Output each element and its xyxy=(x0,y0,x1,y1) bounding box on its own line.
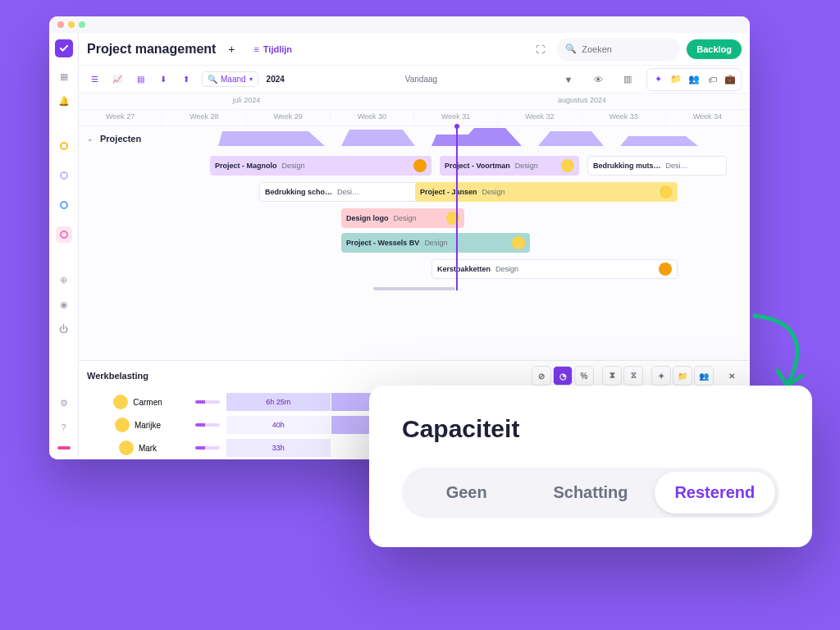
project-bar[interactable]: Bedrukking muts…Desi… xyxy=(587,156,727,176)
project-bar[interactable]: Project - Wessels BVDesign xyxy=(341,233,530,253)
folder-small-icon[interactable]: 📁 xyxy=(673,366,692,386)
project-bar[interactable]: Project - JansenDesign xyxy=(415,182,678,202)
timeline-label: Tijdlijn xyxy=(263,44,292,54)
status-dot-3[interactable] xyxy=(56,197,72,213)
traffic-light-green[interactable] xyxy=(79,21,85,28)
project-bar[interactable]: Project - MagnoloDesign xyxy=(210,156,431,176)
project-stage: Design xyxy=(394,214,417,222)
add-button[interactable]: + xyxy=(222,40,240,58)
callout-arrow xyxy=(746,312,812,394)
puzzle-icon[interactable]: ✦ xyxy=(649,71,667,89)
briefcase-icon[interactable]: 💼 xyxy=(721,71,739,89)
search-input[interactable] xyxy=(582,44,672,54)
people-small-icon[interactable]: 👥 xyxy=(694,366,714,386)
person-cell[interactable]: Mark xyxy=(79,441,226,455)
week-header: Week 27 xyxy=(79,110,162,126)
week-header: Week 29 xyxy=(247,110,331,126)
capacity-option[interactable]: Resterend xyxy=(655,472,775,514)
columns-icon[interactable]: ▥ xyxy=(617,69,638,90)
person-name: Marijke xyxy=(135,421,161,430)
project-bar[interactable]: KerstpakkettenDesign xyxy=(431,259,678,279)
power-icon[interactable]: ⏻ xyxy=(58,323,70,335)
capacity-title: Capaciteit xyxy=(402,415,779,443)
traffic-light-yellow[interactable] xyxy=(68,21,75,28)
traffic-light-red[interactable] xyxy=(57,21,64,28)
week-header: Week 33 xyxy=(582,110,666,126)
download-icon[interactable]: ⬇ xyxy=(156,72,171,87)
hourglass-icon[interactable]: ⧖ xyxy=(623,366,643,386)
avatar xyxy=(119,441,134,455)
bell-icon[interactable]: 🔔 xyxy=(58,95,70,107)
eye-icon[interactable]: 👁 xyxy=(587,69,609,90)
project-name: Project - Voortman xyxy=(445,162,510,170)
status-dot-2[interactable] xyxy=(56,167,72,184)
window-chrome xyxy=(49,16,750,33)
project-stage: Design xyxy=(495,265,518,273)
chart-icon[interactable]: 📈 xyxy=(110,72,125,87)
workload-cell[interactable]: 33h xyxy=(226,439,331,457)
status-dot-4[interactable] xyxy=(56,226,72,243)
project-bar[interactable]: Design logoDesign xyxy=(341,208,464,228)
compass-icon[interactable]: ◉ xyxy=(58,299,70,310)
today-button[interactable]: Vandaag xyxy=(405,75,437,84)
timeline-view-button[interactable]: ≡ Tijdlijn xyxy=(247,40,299,58)
project-bar[interactable]: Bedrukking scho…Desi… xyxy=(259,182,423,202)
list-view-icon[interactable]: ☰ xyxy=(87,72,102,87)
person-cell[interactable]: Marijke xyxy=(79,418,226,432)
hourglass-fill-icon[interactable]: ⧗ xyxy=(602,366,622,386)
add-icon[interactable]: ⊕ xyxy=(58,274,70,285)
project-name: Project - Jansen xyxy=(420,188,477,196)
project-bar[interactable]: Project - VoortmanDesign xyxy=(440,156,579,176)
backlog-button[interactable]: Backlog xyxy=(687,39,742,59)
project-name: Bedrukking scho… xyxy=(265,188,332,196)
puzzle-small-icon[interactable]: ✦ xyxy=(651,366,671,386)
expand-icon[interactable]: ⛶ xyxy=(529,39,550,60)
layers-icon[interactable]: ▤ xyxy=(133,72,148,87)
close-icon[interactable]: ✕ xyxy=(722,366,742,386)
help-icon[interactable]: ? xyxy=(58,422,70,433)
week-header: Week 28 xyxy=(162,110,246,126)
panel-icon[interactable]: ▦ xyxy=(58,71,70,82)
project-name: Kerstpakketten xyxy=(437,265,491,273)
avatar xyxy=(113,395,128,409)
chevron-down-icon: ▾ xyxy=(249,75,253,83)
period-selector[interactable]: 🔍 Maand ▾ xyxy=(202,71,258,87)
folder-icon[interactable]: 📁 xyxy=(667,71,685,89)
workload-title: Werkbelasting xyxy=(87,371,148,381)
capacity-card: Capaciteit GeenSchattingResterend xyxy=(369,386,812,547)
avatar xyxy=(659,262,672,276)
project-stage: Desi… xyxy=(666,162,688,170)
workload-cell[interactable]: 40h xyxy=(226,416,331,434)
filter-icon[interactable]: ▼ xyxy=(558,69,579,90)
search-box[interactable]: 🔍 xyxy=(557,38,680,61)
clock-icon[interactable]: ◔ xyxy=(553,366,573,386)
project-name: Design logo xyxy=(346,214,389,222)
project-stage: Design xyxy=(515,162,538,170)
period-label: Maand xyxy=(221,75,246,84)
upload-icon[interactable]: ⬆ xyxy=(179,72,194,87)
person-cell[interactable]: Carmen xyxy=(79,395,226,409)
capacity-option[interactable]: Geen xyxy=(406,472,527,514)
project-stage: Design xyxy=(282,162,305,170)
capacity-option[interactable]: Schatting xyxy=(530,472,651,514)
project-stage: Desi… xyxy=(337,188,359,196)
month-label-left: juli 2024 xyxy=(79,94,414,109)
workload-cell[interactable]: 6h 25m xyxy=(226,393,331,411)
status-dot-1[interactable] xyxy=(56,138,72,154)
capacity-waves xyxy=(79,126,750,146)
people-icon[interactable]: 👥 xyxy=(685,71,703,89)
project-name: Bedrukking muts… xyxy=(593,162,661,170)
tag-icon[interactable]: 🏷 xyxy=(703,71,721,89)
percent-icon[interactable]: % xyxy=(574,366,594,386)
topbar: Project management + ≡ Tijdlijn ⛶ 🔍 Back… xyxy=(79,33,750,66)
app-logo[interactable] xyxy=(55,39,73,57)
avatar xyxy=(413,159,427,172)
person-name: Mark xyxy=(139,444,157,453)
left-rail: ▦ 🔔 ⊕ ◉ ⏻ ⚙ ? xyxy=(49,33,79,459)
gear-icon[interactable]: ⚙ xyxy=(58,397,70,409)
search-small-icon: 🔍 xyxy=(208,75,217,84)
null-icon[interactable]: ⊘ xyxy=(532,366,551,386)
view-toolbar: ☰ 📈 ▤ ⬇ ⬆ 🔍 Maand ▾ 2024 Vandaag ▼ 👁 ▥ ✦… xyxy=(79,66,750,94)
today-indicator xyxy=(456,126,458,290)
scroll-indicator[interactable] xyxy=(373,287,455,290)
